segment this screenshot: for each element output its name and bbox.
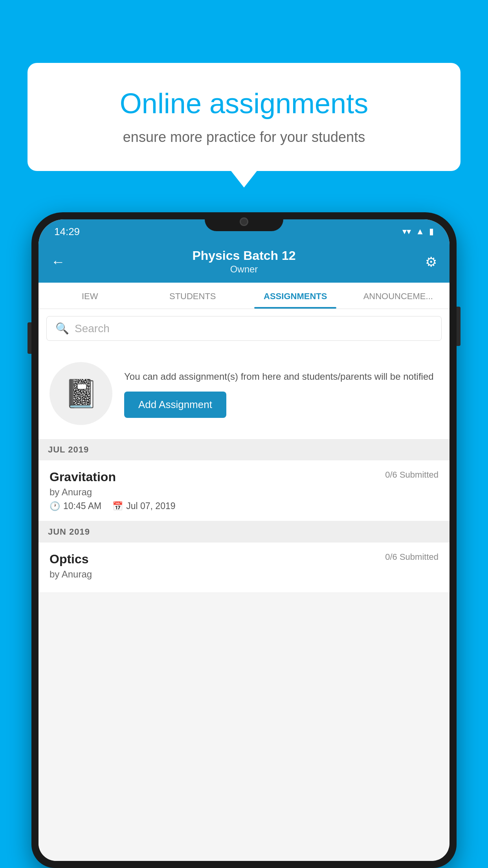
search-icon: 🔍 [55, 322, 69, 335]
info-text: You can add assignment(s) from here and … [124, 370, 438, 384]
clock-icon: 🕐 [50, 501, 60, 511]
search-bar-container: 🔍 Search [39, 309, 449, 348]
tab-students[interactable]: STUDENTS [141, 283, 244, 309]
app-header: ← Physics Batch 12 Owner ⚙ [39, 242, 449, 283]
assignment-row: Optics 0/6 Submitted [50, 552, 438, 566]
speech-bubble: Online assignments ensure more practice … [28, 63, 460, 171]
info-icon-circle: 📓 [50, 362, 112, 425]
power-button [457, 307, 460, 346]
tab-announcements[interactable]: ANNOUNCEME... [347, 283, 450, 309]
assignment-date: 📅 Jul 07, 2019 [112, 501, 175, 511]
phone-notch [205, 212, 283, 231]
battery-icon: ▮ [429, 226, 434, 237]
search-bar[interactable]: 🔍 Search [46, 316, 442, 341]
settings-icon[interactable]: ⚙ [417, 254, 437, 270]
assignment-author: by Anurag [50, 569, 438, 580]
volume-button [28, 322, 31, 354]
promo-section: Online assignments ensure more practice … [28, 63, 460, 171]
phone-frame: 14:29 ▾▾ ▲ ▮ ← Physics Batch 12 Owner ⚙ … [31, 212, 457, 868]
assignment-optics[interactable]: Optics 0/6 Submitted by Anurag [39, 542, 449, 593]
phone-camera [240, 217, 248, 226]
assignment-gravitation[interactable]: Gravitation 0/6 Submitted by Anurag 🕐 10… [39, 460, 449, 521]
section-jul-2019: JUL 2019 [39, 439, 449, 460]
assignment-author: by Anurag [50, 487, 438, 498]
add-assignment-button[interactable]: Add Assignment [124, 392, 226, 418]
info-content: You can add assignment(s) from here and … [124, 370, 438, 418]
section-jun-2019: JUN 2019 [39, 521, 449, 542]
back-button[interactable]: ← [51, 254, 71, 270]
signal-icon: ▲ [416, 226, 424, 237]
assignment-row: Gravitation 0/6 Submitted [50, 470, 438, 484]
assignment-status: 0/6 Submitted [385, 552, 438, 562]
assignment-time: 🕐 10:45 AM [50, 501, 101, 511]
assignment-status: 0/6 Submitted [385, 470, 438, 480]
calendar-icon: 📅 [112, 501, 123, 511]
header-title-block: Physics Batch 12 Owner [71, 248, 417, 275]
tab-assignments[interactable]: ASSIGNMENTS [244, 283, 347, 309]
phone-container: 14:29 ▾▾ ▲ ▮ ← Physics Batch 12 Owner ⚙ … [31, 212, 457, 868]
status-icons: ▾▾ ▲ ▮ [402, 226, 434, 237]
screen-content: 🔍 Search 📓 You can add assignment(s) fro… [39, 309, 449, 861]
wifi-icon: ▾▾ [402, 226, 411, 237]
tab-bar: IEW STUDENTS ASSIGNMENTS ANNOUNCEME... [39, 283, 449, 309]
assignment-name: Gravitation [50, 470, 116, 484]
bubble-title: Online assignments [55, 86, 433, 120]
header-subtitle: Owner [71, 264, 417, 275]
bubble-subtitle: ensure more practice for your students [55, 129, 433, 145]
tab-iew[interactable]: IEW [39, 283, 141, 309]
header-title: Physics Batch 12 [71, 248, 417, 263]
assignment-name: Optics [50, 552, 89, 566]
phone-screen: 14:29 ▾▾ ▲ ▮ ← Physics Batch 12 Owner ⚙ … [39, 219, 449, 861]
assignment-meta: 🕐 10:45 AM 📅 Jul 07, 2019 [50, 501, 438, 511]
info-card: 📓 You can add assignment(s) from here an… [39, 348, 449, 439]
notebook-icon: 📓 [64, 377, 98, 410]
status-time: 14:29 [54, 226, 80, 238]
search-placeholder: Search [75, 322, 110, 335]
